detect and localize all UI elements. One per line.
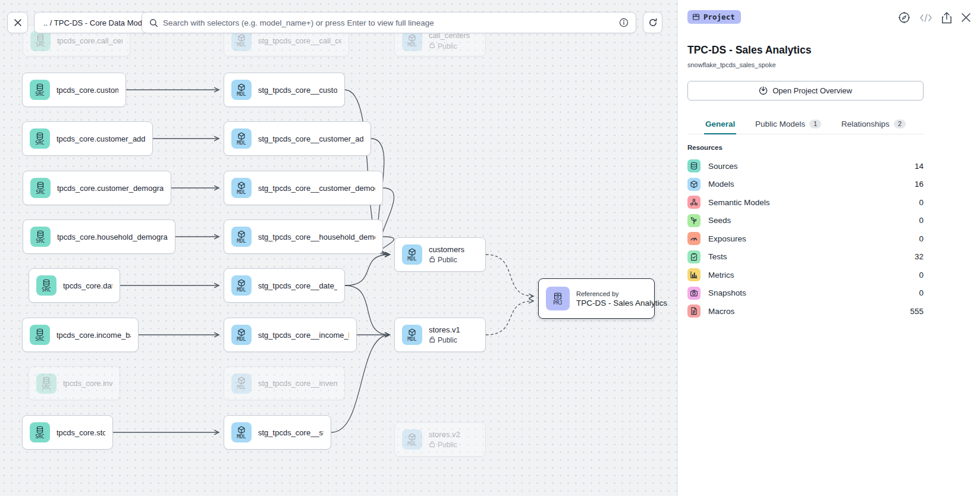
resource-row-sources[interactable]: Sources14	[687, 159, 924, 172]
node-content: customersPublic	[429, 245, 464, 265]
clipboard-icon	[687, 250, 701, 263]
node-label: stg_tpcds_core__call_center	[258, 36, 341, 45]
badge-label: SRC	[35, 140, 44, 146]
tab-public-models[interactable]: Public Models1	[754, 114, 822, 134]
node-label: stores.v1	[429, 325, 460, 334]
node-content: stg_tpcds_core__household_demogr…	[258, 233, 375, 241]
node-content: tpcds_core.store	[56, 428, 105, 437]
resource-row-snapshots[interactable]: Snapshots0	[687, 287, 924, 300]
node-content: tpcds_core.date_dim	[63, 281, 112, 290]
graph-node-p_customers[interactable]: MDLcustomersPublic	[394, 237, 486, 272]
graph-node-s_customer[interactable]: SRCtpcds_core.customer	[22, 73, 126, 107]
model-badge-icon: MDL	[231, 275, 252, 296]
tab-label: Public Models	[755, 120, 805, 128]
graph-node-s_customer_address[interactable]: SRCtpcds_core.customer_address	[22, 121, 153, 156]
resource-count: 0	[919, 234, 924, 243]
graph-node-m_income_band[interactable]: MDLstg_tpcds_core__income_band	[224, 318, 357, 352]
resource-row-metrics[interactable]: Metrics0	[687, 268, 924, 281]
graph-node-m_inventory[interactable]: MDLstg_tpcds_core__inventory	[224, 366, 345, 400]
graph-node-m_customer[interactable]: MDLstg_tpcds_core__customer	[224, 73, 345, 107]
badge-label: SRC	[36, 190, 45, 195]
tab-general[interactable]: General	[704, 114, 736, 134]
resource-row-semantic-models[interactable]: Semantic Models0	[687, 196, 924, 209]
badge-label: MDL	[237, 140, 246, 146]
close-lineage-button[interactable]	[7, 12, 28, 33]
graph-node-s_store[interactable]: SRCtpcds_core.store	[22, 415, 113, 450]
node-access-label: Public	[438, 42, 457, 51]
graph-node-m_customer_demogra[interactable]: MDLstg_tpcds_core__customer_demogra…	[224, 171, 383, 205]
graph-node-s_household_demographics[interactable]: SRCtpcds_core.household_demographics	[23, 219, 175, 254]
info-icon[interactable]	[619, 18, 629, 27]
resources-list: Sources14Models16Semantic Models0Seeds0E…	[687, 159, 924, 323]
graph-node-m_customer_address[interactable]: MDLstg_tpcds_core__customer_address	[224, 121, 371, 156]
node-content: stg_tpcds_core__customer	[258, 86, 337, 95]
badge-label: MDL	[237, 337, 246, 342]
resource-count: 16	[915, 180, 924, 189]
source-badge-icon: SRC	[30, 80, 50, 100]
semantic-icon	[687, 196, 701, 209]
graph-node-p_stores_v1[interactable]: MDLstores.v1Public	[394, 318, 486, 352]
project-icon	[692, 13, 700, 21]
node-label: stg_tpcds_core__customer_address	[258, 134, 363, 143]
model-badge-icon: MDL	[231, 178, 252, 198]
node-label: TPC-DS - Sales Analytics	[576, 299, 647, 307]
graph-node-m_date_dim[interactable]: MDLstg_tpcds_core__date_dim	[224, 268, 345, 303]
close-panel-icon[interactable]	[961, 12, 971, 23]
share-icon[interactable]	[941, 12, 952, 24]
source-badge-icon: SRC	[30, 325, 50, 345]
resource-label: Models	[708, 180, 907, 189]
node-content: stg_tpcds_core__inventory	[258, 379, 337, 388]
project-title: TPC-DS - Sales Analytics	[687, 44, 811, 56]
resource-label: Sources	[708, 162, 907, 171]
lineage-canvas[interactable]: SRCtpcds_core.call_centerSRCtpcds_core.c…	[0, 0, 677, 496]
project-chip-label: Project	[703, 12, 735, 21]
badge-label: MDL	[237, 92, 246, 97]
tab-relationships[interactable]: Relationships2	[840, 114, 907, 134]
resource-row-tests[interactable]: Tests32	[687, 250, 924, 263]
resource-row-macros[interactable]: Macros555	[687, 304, 924, 318]
panel-tabs: GeneralPublic Models1Relationships2	[687, 114, 924, 134]
unlock-icon	[429, 336, 435, 345]
tab-count-badge: 1	[809, 120, 821, 128]
node-content: stg_tpcds_core__call_center	[258, 36, 341, 45]
model-badge-icon: MDL	[231, 128, 252, 149]
node-label: stg_tpcds_core__customer	[258, 86, 337, 95]
resource-count: 14	[915, 162, 924, 171]
resource-row-models[interactable]: Models16	[687, 178, 924, 191]
resource-row-exposures[interactable]: Exposures0	[687, 232, 924, 245]
resource-count: 0	[919, 288, 924, 297]
code-icon[interactable]	[919, 14, 932, 22]
node-content: tpcds_core.household_demographics	[57, 233, 168, 241]
node-label: stg_tpcds_core__income_band	[258, 331, 349, 340]
search-input[interactable]	[163, 18, 614, 27]
node-content: stores.v1Public	[429, 325, 460, 345]
lineage-edge-p_stores_v1-prj	[486, 301, 533, 335]
graph-node-prj[interactable]: PRJReferenced byTPC-DS - Sales Analytics	[538, 278, 655, 319]
source-badge-icon: SRC	[30, 227, 51, 247]
source-badge-icon: SRC	[30, 31, 51, 51]
badge-label: SRC	[36, 238, 45, 244]
gauge-icon	[687, 232, 701, 245]
graph-node-m_store[interactable]: MDLstg_tpcds_core__store	[224, 415, 331, 450]
tab-label: Relationships	[841, 120, 890, 128]
graph-node-s_inventory[interactable]: SRCtpcds_core.inventory	[29, 366, 120, 400]
refresh-lineage-button[interactable]	[643, 12, 662, 33]
graph-node-p_stores_v2[interactable]: MDLstores.v2Public	[394, 422, 486, 457]
node-label: tpcds_core.income_band	[56, 331, 131, 340]
resource-row-seeds[interactable]: Seeds0	[687, 214, 924, 227]
badge-label: SRC	[42, 385, 51, 390]
node-label: stores.v2	[429, 430, 460, 439]
resource-label: Exposures	[708, 234, 911, 243]
graph-node-s_date_dim[interactable]: SRCtpcds_core.date_dim	[29, 268, 120, 303]
graph-node-s_customer_demographics[interactable]: SRCtpcds_core.customer_demographics	[23, 171, 171, 205]
chart-icon	[687, 268, 701, 281]
open-project-overview-button[interactable]: Open Project Overview	[687, 81, 924, 101]
breadcrumb-label: .. / TPC-DS - Core Data Models	[43, 18, 152, 27]
node-label: tpcds_core.call_center	[57, 36, 122, 45]
graph-node-s_income_band[interactable]: SRCtpcds_core.income_band	[22, 318, 139, 352]
node-content: stg_tpcds_core__income_band	[258, 331, 349, 340]
resource-label: Macros	[708, 307, 902, 316]
graph-node-m_household_demogr[interactable]: MDLstg_tpcds_core__household_demogr…	[224, 219, 383, 254]
tab-count-badge: 2	[894, 120, 906, 128]
explore-compass-icon[interactable]	[898, 11, 910, 24]
